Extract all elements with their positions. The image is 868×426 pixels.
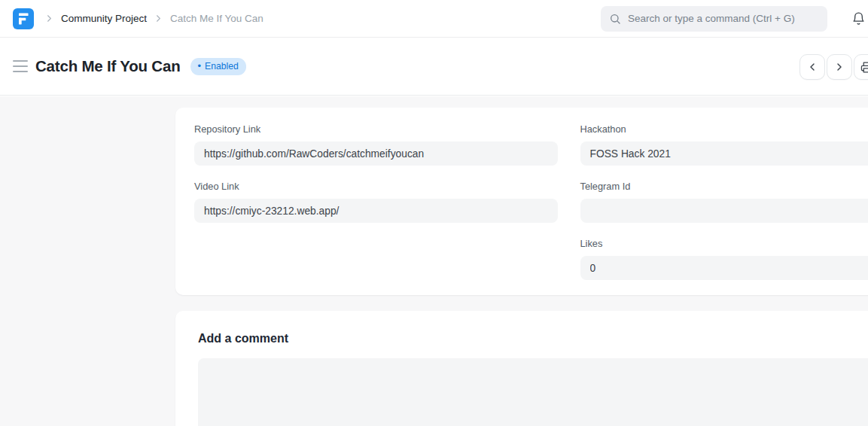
field-label: Telegram Id: [580, 181, 868, 192]
chevron-left-icon: [806, 61, 818, 73]
printer-icon: [860, 61, 868, 74]
breadcrumb: Community Project Catch Me If You Can: [44, 13, 263, 24]
field-label: Likes: [580, 238, 868, 249]
field-likes: Likes: [580, 238, 868, 280]
next-record-button[interactable]: [827, 54, 852, 80]
status-badge: • Enabled: [190, 58, 246, 75]
print-button[interactable]: [854, 54, 868, 80]
form-section-card: Repository Link Video Link Hackathon Tel…: [175, 108, 868, 295]
menu-icon: [13, 60, 28, 62]
video-link-input[interactable]: [194, 199, 558, 223]
search-input[interactable]: [626, 12, 819, 25]
field-label: Repository Link: [194, 123, 558, 135]
likes-input[interactable]: [580, 256, 868, 280]
page-header: Catch Me If You Can • Enabled: [0, 38, 868, 96]
breadcrumb-item-community-project[interactable]: Community Project: [61, 13, 147, 24]
top-navbar: Community Project Catch Me If You Can: [0, 0, 868, 38]
comments-heading: Add a comment: [198, 332, 868, 345]
app-window: Community Project Catch Me If You Can C: [0, 0, 868, 426]
field-label: Hackathon: [580, 123, 868, 135]
hackathon-input[interactable]: [580, 141, 868, 166]
repository-link-input[interactable]: [194, 141, 558, 166]
comment-input[interactable]: [198, 358, 868, 426]
chevron-right-icon: [833, 61, 845, 73]
search-icon: [609, 13, 621, 25]
breadcrumb-item-current: Catch Me If You Can: [170, 13, 263, 24]
field-video-link: Video Link: [194, 181, 558, 223]
status-label: Enabled: [205, 61, 239, 72]
header-actions: [799, 54, 868, 80]
chevron-right-icon: [153, 13, 164, 24]
previous-record-button[interactable]: [799, 54, 825, 80]
field-repository-link: Repository Link: [194, 123, 558, 166]
form-column-right: Hackathon Telegram Id Likes: [580, 123, 868, 295]
page-title: Catch Me If You Can: [35, 57, 181, 75]
field-hackathon: Hackathon: [580, 123, 868, 166]
bell-icon: [851, 11, 866, 26]
notifications-button[interactable]: [850, 9, 866, 29]
field-label: Video Link: [194, 181, 558, 192]
status-dot: •: [198, 61, 202, 71]
form-grid: Repository Link Video Link Hackathon Tel…: [194, 123, 868, 295]
comments-section-card: Add a comment: [175, 311, 868, 426]
global-search[interactable]: [601, 6, 827, 32]
frappe-f-icon: [13, 8, 34, 29]
field-telegram-id: Telegram Id: [580, 181, 868, 223]
form-column-left: Repository Link Video Link: [194, 123, 558, 295]
sidebar-toggle-button[interactable]: [13, 57, 28, 75]
frappe-logo[interactable]: [13, 8, 34, 29]
menu-icon: [13, 71, 28, 72]
menu-icon: [13, 65, 28, 67]
chevron-right-icon: [44, 13, 55, 24]
telegram-id-input[interactable]: [580, 199, 868, 223]
page-body: Repository Link Video Link Hackathon Tel…: [0, 96, 868, 426]
